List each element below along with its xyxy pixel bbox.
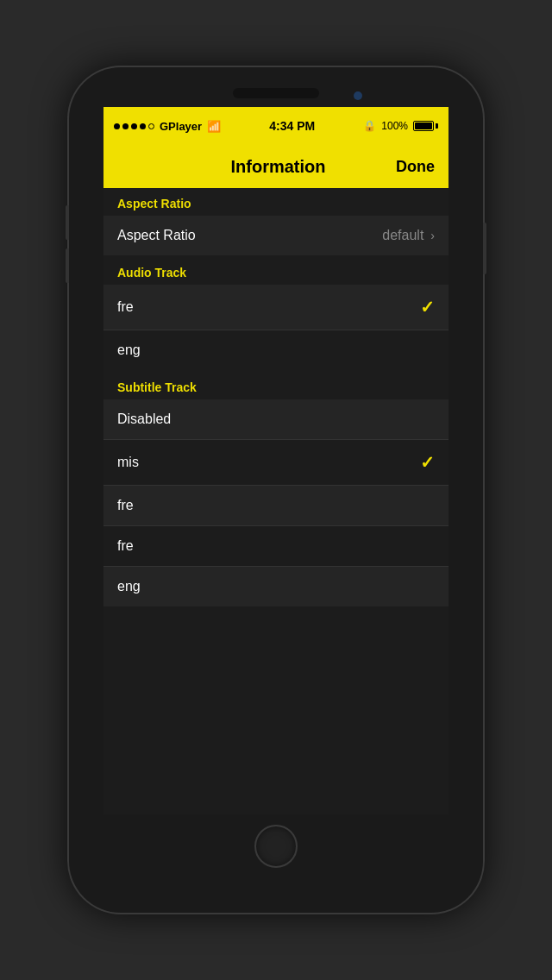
power-button — [483, 223, 486, 274]
phone-frame: GPlayer 📶 4:34 PM 🔒 100% — [69, 67, 483, 913]
content-area: Aspect RatioAspect Ratiodefault›Audio Tr… — [104, 188, 448, 814]
dot-5 — [148, 123, 154, 129]
signal-dots — [114, 123, 154, 129]
item-label: fre — [117, 299, 134, 315]
status-bar: GPlayer 📶 4:34 PM 🔒 100% — [104, 107, 448, 145]
list-item[interactable]: fre — [104, 526, 448, 567]
item-label: eng — [117, 342, 141, 358]
list-item[interactable]: mis✓ — [104, 440, 448, 486]
list-group-aspect-ratio: Aspect Ratiodefault› — [104, 216, 448, 255]
item-label: fre — [117, 498, 134, 513]
battery-percent: 100% — [381, 120, 408, 132]
phone-screen: GPlayer 📶 4:34 PM 🔒 100% — [104, 107, 448, 814]
list-item[interactable]: fre✓ — [104, 285, 448, 330]
done-button[interactable]: Done — [396, 158, 435, 176]
navigation-bar: Information Done — [104, 145, 448, 188]
item-label: Aspect Ratio — [117, 228, 196, 243]
item-right: ✓ — [420, 452, 435, 473]
item-value: default — [382, 228, 423, 243]
item-right: default› — [382, 228, 435, 243]
checkmark-icon: ✓ — [420, 452, 435, 473]
home-button[interactable] — [254, 825, 298, 868]
lock-icon: 🔒 — [363, 120, 376, 132]
status-left: GPlayer 📶 — [114, 120, 221, 133]
phone-speaker — [233, 88, 319, 98]
checkmark-icon: ✓ — [420, 297, 435, 317]
status-time: 4:34 PM — [269, 119, 315, 133]
dot-4 — [140, 123, 146, 129]
page-title: Information — [231, 157, 326, 177]
section-header-aspect-ratio: Aspect Ratio — [104, 188, 448, 216]
volume-down-button — [66, 248, 69, 283]
carrier-label: GPlayer — [160, 120, 202, 133]
item-label: fre — [117, 538, 134, 554]
dot-3 — [131, 123, 137, 129]
status-right: 🔒 100% — [363, 120, 438, 132]
list-item[interactable]: Aspect Ratiodefault› — [104, 216, 448, 255]
volume-up-button — [66, 205, 69, 240]
phone-camera — [354, 91, 362, 100]
list-group-subtitle-track: Disabledmis✓frefreeng — [104, 399, 448, 606]
list-item[interactable]: eng — [104, 567, 448, 606]
wifi-icon: 📶 — [207, 120, 221, 133]
section-header-subtitle-track: Subtitle Track — [104, 372, 448, 399]
section-header-audio-track: Audio Track — [104, 257, 448, 285]
dot-1 — [114, 123, 120, 129]
list-group-audio-track: fre✓eng — [104, 285, 448, 370]
dot-2 — [122, 123, 129, 129]
item-label: eng — [117, 579, 141, 594]
list-item[interactable]: Disabled — [104, 399, 448, 440]
battery-icon — [413, 121, 438, 131]
list-item[interactable]: eng — [104, 330, 448, 370]
item-label: Disabled — [117, 411, 171, 427]
item-label: mis — [117, 455, 139, 470]
list-item[interactable]: fre — [104, 486, 448, 526]
chevron-icon: › — [430, 229, 435, 242]
item-right: ✓ — [420, 297, 435, 317]
